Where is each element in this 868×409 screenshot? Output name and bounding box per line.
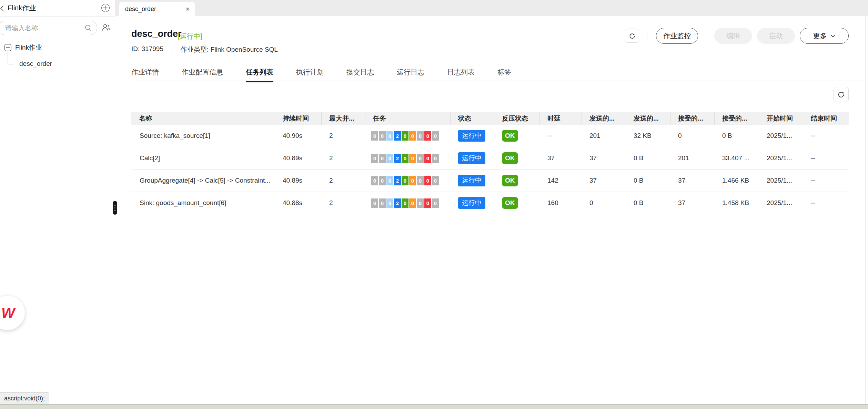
column-header-3: 任务 [365, 112, 451, 125]
cell-max-parallelism: 2 [322, 125, 365, 147]
browser-tab-desc-order[interactable]: desc_order × [119, 2, 195, 16]
cell-records-received: 0 [670, 125, 715, 147]
cell-start-time: 2025/1... [759, 170, 803, 192]
task-count-badge: 0 [371, 176, 378, 185]
cell-records-sent: 0 [582, 192, 626, 214]
add-job-icon[interactable] [101, 4, 110, 12]
sidebar-resize-handle[interactable] [113, 201, 117, 215]
tab-task-list[interactable]: 任务列表 [246, 68, 273, 82]
task-count-badge: 0 [432, 154, 439, 163]
job-monitor-button[interactable]: 作业监控 [656, 28, 698, 44]
table-refresh-button[interactable] [834, 87, 849, 102]
tab-log-list[interactable]: 日志列表 [447, 68, 475, 82]
task-count-badge: 0 [371, 198, 378, 208]
cell-duration: 40.88s [275, 192, 322, 214]
cell-start-time: 2025/1... [759, 192, 803, 214]
job-status-text: [运行中] [178, 32, 202, 41]
column-header-5: 反压状态 [494, 112, 540, 125]
search-icon[interactable] [84, 24, 92, 32]
cell-max-parallelism: 2 [322, 147, 365, 169]
cell-backpressure: OK [494, 147, 540, 169]
more-button[interactable]: 更多 [800, 28, 849, 44]
cell-backpressure: OK [494, 170, 540, 192]
task-count-badge: 2 [394, 154, 401, 163]
cell-max-parallelism: 2 [322, 170, 365, 192]
task-count-badge: 0 [379, 154, 386, 163]
task-count-badge: 0 [402, 131, 408, 141]
table-row: Sink: goods_amount_count[6]40.88s2000200… [131, 192, 849, 214]
task-count-badge: 0 [379, 176, 386, 185]
task-count-badge: 0 [371, 131, 378, 141]
task-count-badge: 0 [402, 154, 408, 163]
tab-job-config[interactable]: 作业配置信息 [182, 68, 223, 82]
refresh-button[interactable] [625, 29, 639, 43]
column-header-9: 接受的... [670, 112, 715, 125]
task-count-badge: 2 [394, 131, 401, 141]
running-status-badge: 运行中 [458, 152, 485, 164]
task-count-badge: 0 [409, 154, 416, 163]
task-count-badge: 0 [409, 198, 416, 208]
cell-tasks: 000200000 [365, 125, 451, 147]
app-window: desc_order × Flink作业 Flink [0, 0, 868, 409]
search-input[interactable] [4, 23, 78, 34]
task-count-badge: 0 [417, 176, 424, 185]
back-chevron-icon[interactable] [0, 5, 6, 12]
cell-status: 运行中 [451, 147, 494, 169]
cell-end-time: -- [803, 192, 849, 214]
close-icon[interactable]: × [185, 6, 190, 12]
collapse-minus-icon[interactable] [4, 44, 11, 51]
refresh-icon [628, 32, 636, 40]
page-title: desc_order [131, 29, 182, 39]
cell-tasks: 000200000 [365, 170, 451, 192]
scrollbar-track-line [865, 16, 866, 404]
taskbar-edge-strip [0, 404, 868, 409]
sidebar-header: Flink作业 [0, 0, 115, 17]
backpressure-ok-badge: OK [502, 130, 518, 142]
table-body: Source: kafka_source[1]40.90s2000200000运… [131, 125, 849, 214]
task-count-badge: 0 [424, 131, 431, 141]
meta-divider [172, 46, 172, 53]
column-header-10: 接受的... [715, 112, 759, 125]
cell-backpressure: OK [494, 125, 540, 147]
cell-name: Calc[2] [131, 147, 275, 169]
tab-job-detail[interactable]: 作业详情 [131, 68, 159, 82]
task-count-badge: 0 [379, 131, 386, 141]
task-count-badge: 0 [424, 176, 431, 185]
task-count-badge: 0 [417, 198, 424, 208]
chevron-down-icon [830, 34, 836, 38]
task-count-badge: 0 [386, 131, 393, 141]
tab-submit-log[interactable]: 提交日志 [346, 68, 374, 82]
task-count-badge: 0 [417, 154, 424, 163]
cell-records-sent: 37 [582, 170, 626, 192]
task-count-badge: 0 [424, 198, 431, 208]
column-header-8: 发送的... [626, 112, 670, 125]
cell-bytes-received: 0 B [715, 125, 759, 147]
tree-node-desc-order[interactable]: desc_order [19, 60, 52, 68]
cell-name: Sink: goods_amount_count[6] [131, 192, 275, 214]
cell-tasks: 000200000 [365, 147, 451, 169]
task-count-badge: 0 [409, 176, 416, 185]
table-header: 名称持续时间最大并...任务状态反压状态时延发送的...发送的...接受的...… [131, 112, 849, 125]
cell-latency: -- [540, 125, 582, 147]
tab-execution-plan[interactable]: 执行计划 [296, 68, 324, 82]
tab-run-log[interactable]: 运行日志 [397, 68, 424, 82]
cell-start-time: 2025/1... [759, 125, 803, 147]
browser-tab-strip: desc_order × [115, 0, 868, 16]
backpressure-ok-badge: OK [502, 152, 518, 164]
column-header-1: 持续时间 [275, 112, 322, 125]
column-header-0: 名称 [131, 112, 275, 125]
task-count-badge: 0 [386, 198, 393, 208]
sidebar-title: Flink作业 [8, 3, 36, 13]
tab-tags[interactable]: 标签 [497, 68, 511, 82]
cell-records-received: 37 [670, 170, 715, 192]
cell-bytes-sent: 0 B [626, 192, 670, 214]
more-button-label: 更多 [813, 31, 827, 41]
task-count-badge: 0 [402, 176, 408, 185]
edit-button: 编辑 [714, 28, 752, 44]
cell-duration: 40.89s [275, 147, 322, 169]
tree-root-label: Flink作业 [15, 43, 42, 52]
toolbar-divider [647, 30, 647, 41]
task-count-badge: 0 [417, 131, 424, 141]
cell-latency: 37 [540, 147, 582, 169]
user-group-icon[interactable] [101, 23, 111, 32]
